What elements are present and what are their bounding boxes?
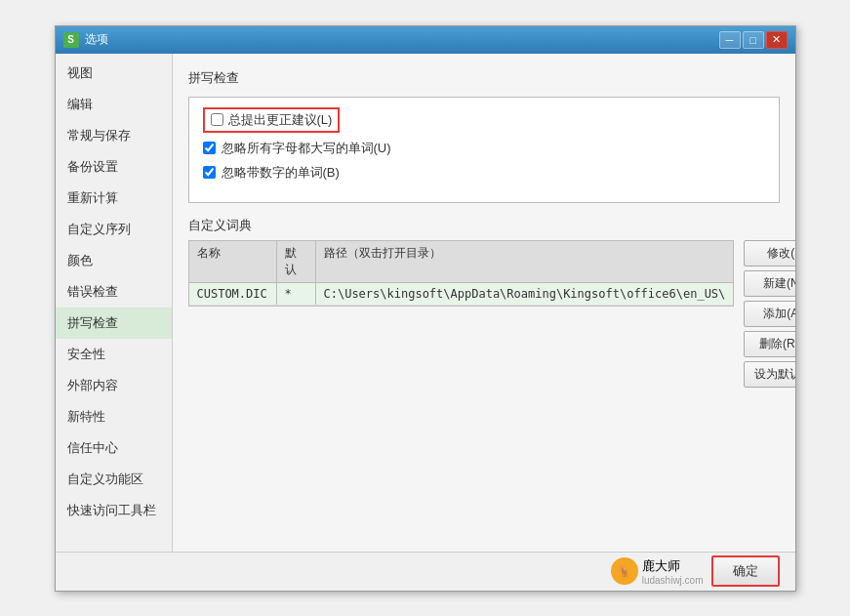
window-title: 选项	[85, 31, 108, 48]
col-header-default: 默认	[277, 241, 316, 282]
watermark-text: 鹿大师 ludashiwj.com	[642, 557, 704, 586]
new-button[interactable]: 新建(N)...	[744, 270, 794, 297]
dict-row-path: C:\Users\kingsoft\AppData\Roaming\Kingso…	[316, 283, 734, 305]
ignore-numbers-checkbox[interactable]	[203, 166, 216, 179]
sidebar-item-view[interactable]: 视图	[56, 58, 172, 89]
dict-table-container: 名称 默认 路径（双击打开目录） CUSTOM.DIC * C:\Users\k…	[188, 240, 780, 388]
spell-check-group: 总提出更正建议(L) 忽略所有字母都大写的单词(U) 忽略带数字的单词(B)	[188, 97, 780, 203]
sidebar-item-color[interactable]: 颜色	[56, 245, 172, 276]
delete-button[interactable]: 删除(R)	[745, 332, 794, 356]
dict-buttons: 修改(M) 新建(N)... 添加(A)... 删除(R) ▼ 设为默认词典(S…	[744, 240, 794, 388]
set-default-button[interactable]: 设为默认词典(S)	[744, 361, 794, 388]
sidebar-item-new-feature[interactable]: 新特性	[56, 401, 172, 432]
ignore-uppercase-label[interactable]: 忽略所有字母都大写的单词(U)	[222, 140, 391, 157]
sidebar-item-spell-check[interactable]: 拼写检查	[56, 308, 172, 339]
sidebar-item-error-check[interactable]: 错误检查	[56, 276, 172, 308]
sidebar-item-custom-ribbon[interactable]: 自定义功能区	[56, 464, 172, 495]
sidebar-item-recalc[interactable]: 重新计算	[56, 183, 172, 214]
watermark-name: 鹿大师	[642, 557, 704, 575]
dict-row-name: CUSTOM.DIC	[189, 283, 277, 305]
sidebar-item-backup[interactable]: 备份设置	[56, 151, 172, 183]
ok-button[interactable]: 确定	[711, 555, 780, 587]
title-buttons: ─ □ ✕	[719, 31, 788, 49]
title-bar: S 选项 ─ □ ✕	[56, 26, 795, 54]
title-bar-left: S 选项	[63, 31, 108, 48]
sidebar-item-custom-seq[interactable]: 自定义序列	[56, 214, 172, 245]
sidebar: 视图 编辑 常规与保存 备份设置 重新计算 自定义序列 颜色 错误检查 拼写检查…	[56, 54, 173, 552]
col-header-path: 路径（双击打开目录）	[316, 241, 734, 282]
watermark-logo: 🦌	[611, 557, 638, 585]
main-panel: 拼写检查 总提出更正建议(L) 忽略所有字母都大写的单词(U)	[173, 54, 795, 552]
ignore-numbers-label[interactable]: 忽略带数字的单词(B)	[222, 164, 340, 182]
content-area: 视图 编辑 常规与保存 备份设置 重新计算 自定义序列 颜色 错误检查 拼写检查…	[56, 54, 795, 552]
sidebar-item-security[interactable]: 安全性	[56, 339, 172, 370]
ignore-uppercase-checkbox[interactable]	[203, 142, 216, 154]
always-suggest-label[interactable]: 总提出更正建议(L)	[228, 111, 333, 129]
col-header-name: 名称	[189, 241, 277, 282]
always-suggest-checkbox[interactable]	[211, 113, 223, 126]
sidebar-item-external[interactable]: 外部内容	[56, 370, 172, 401]
custom-dict-area: 自定义词典 名称 默认 路径（双击打开目录） CUSTOM.DIC * C:\U…	[188, 217, 780, 388]
always-suggest-row: 总提出更正建议(L)	[203, 107, 765, 133]
maximize-button[interactable]: □	[743, 31, 764, 49]
dict-row-default: *	[277, 283, 316, 305]
app-icon: S	[63, 32, 79, 48]
ignore-numbers-row: 忽略带数字的单词(B)	[203, 164, 765, 182]
options-window: S 选项 ─ □ ✕ 视图 编辑 常规与保存 备份设置 重新计算 自定义序列 颜…	[55, 25, 796, 592]
ignore-uppercase-row: 忽略所有字母都大写的单词(U)	[203, 140, 765, 157]
add-button[interactable]: 添加(A)...	[744, 301, 794, 327]
delete-button-split: 删除(R) ▼	[744, 331, 794, 357]
minimize-button[interactable]: ─	[719, 31, 741, 49]
sidebar-item-trust-center[interactable]: 信任中心	[56, 432, 172, 464]
custom-dict-label: 自定义词典	[188, 217, 780, 234]
watermark: 🦌 鹿大师 ludashiwj.com	[611, 557, 704, 586]
close-button[interactable]: ✕	[766, 31, 788, 49]
sidebar-item-general-save[interactable]: 常规与保存	[56, 120, 172, 151]
table-row[interactable]: CUSTOM.DIC * C:\Users\kingsoft\AppData\R…	[189, 283, 734, 306]
dict-table-header: 名称 默认 路径（双击打开目录）	[189, 241, 734, 283]
sidebar-item-quick-access[interactable]: 快速访问工具栏	[56, 495, 172, 526]
footer: 🦌 鹿大师 ludashiwj.com 确定	[56, 552, 795, 591]
dict-table: 名称 默认 路径（双击打开目录） CUSTOM.DIC * C:\Users\k…	[188, 240, 735, 307]
watermark-site: ludashiwj.com	[642, 575, 704, 586]
section-title: 拼写检查	[188, 69, 780, 87]
sidebar-item-edit[interactable]: 编辑	[56, 89, 172, 120]
modify-button[interactable]: 修改(M)	[744, 240, 794, 267]
